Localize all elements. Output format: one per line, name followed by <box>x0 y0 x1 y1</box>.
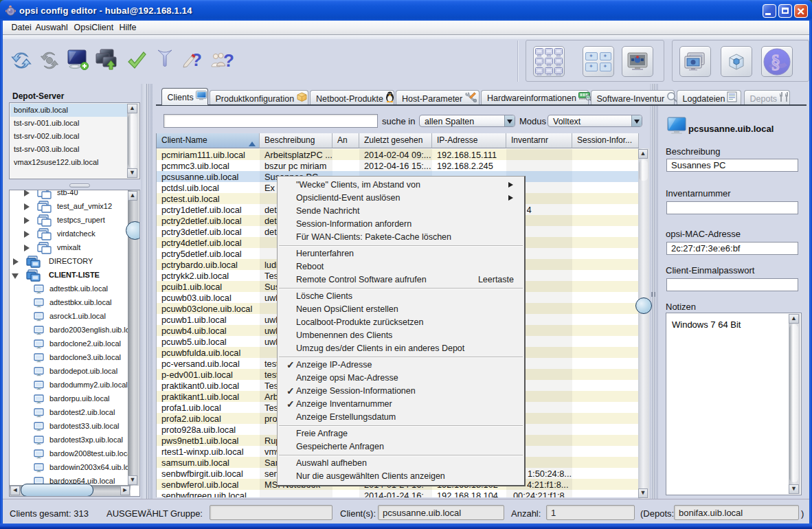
svg-text:§: § <box>771 51 780 72</box>
svg-text:?: ? <box>223 50 234 70</box>
